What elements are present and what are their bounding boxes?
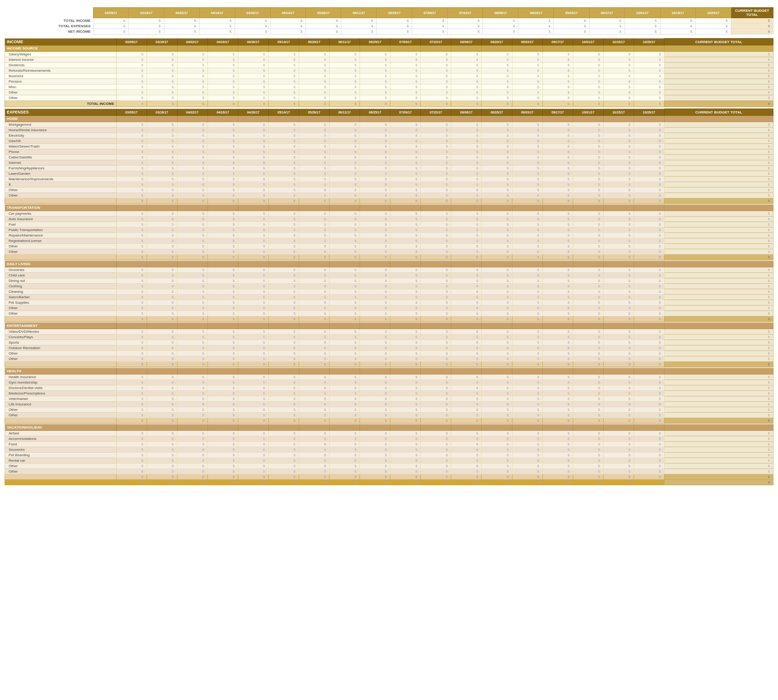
data-cell[interactable]: $ - [390, 335, 421, 340]
data-cell[interactable]: $ - [573, 335, 603, 340]
data-cell[interactable]: $ - [421, 335, 451, 340]
data-cell[interactable]: $ - [238, 311, 268, 316]
data-cell[interactable]: $ - [268, 171, 299, 177]
data-cell[interactable]: $ - [238, 144, 268, 149]
data-cell[interactable]: $ - [268, 413, 299, 418]
data-cell[interactable]: $ - [542, 447, 573, 453]
data-cell[interactable]: $ - [116, 431, 147, 436]
data-cell[interactable]: $ - [207, 74, 238, 79]
data-cell[interactable]: $ - [299, 171, 329, 177]
data-cell[interactable]: $ - [207, 166, 238, 171]
data-cell[interactable]: $ - [390, 74, 421, 79]
total-cell[interactable]: $ - [664, 267, 773, 273]
data-cell[interactable]: $ - [238, 413, 268, 418]
total-value-cell[interactable]: $ - [482, 255, 512, 260]
data-cell[interactable]: $ - [330, 166, 360, 171]
data-cell[interactable]: $ - [147, 177, 177, 182]
data-cell[interactable]: $ - [360, 273, 390, 278]
data-cell[interactable]: $ - [573, 329, 603, 335]
data-cell[interactable]: $ - [147, 90, 177, 95]
total-value-cell[interactable]: $ - [390, 474, 421, 480]
data-cell[interactable]: $ - [421, 217, 451, 222]
data-cell[interactable]: $ - [421, 128, 451, 133]
data-cell[interactable]: $ - [573, 57, 603, 63]
total-cell[interactable]: $ - [664, 63, 773, 68]
data-cell[interactable]: $ - [390, 458, 421, 463]
data-cell[interactable]: $ - [512, 340, 542, 345]
data-cell[interactable]: $ - [634, 187, 664, 193]
data-cell[interactable]: $ - [634, 144, 664, 149]
data-cell[interactable]: $ - [177, 351, 207, 356]
data-cell[interactable]: $ - [421, 155, 451, 160]
data-cell[interactable]: $ - [451, 74, 482, 79]
total-cell[interactable]: $ - [664, 391, 773, 396]
data-cell[interactable]: $ - [421, 144, 451, 149]
data-cell[interactable]: $ - [451, 217, 482, 222]
total-cell[interactable]: $ - [664, 79, 773, 84]
data-cell[interactable]: $ - [360, 385, 390, 391]
data-cell[interactable]: $ - [147, 211, 177, 217]
data-cell[interactable]: $ - [147, 238, 177, 244]
data-cell[interactable]: $ - [634, 128, 664, 133]
data-cell[interactable]: $ - [147, 95, 177, 101]
data-cell[interactable]: $ - [482, 453, 512, 458]
data-cell[interactable]: $ - [451, 335, 482, 340]
data-cell[interactable]: $ - [207, 138, 238, 144]
data-cell[interactable]: $ - [421, 436, 451, 442]
data-cell[interactable]: $ - [299, 128, 329, 133]
data-cell[interactable]: $ - [451, 177, 482, 182]
total-value-cell[interactable]: $ - [330, 255, 360, 260]
data-cell[interactable]: $ - [634, 238, 664, 244]
data-cell[interactable]: $ - [330, 193, 360, 198]
data-cell[interactable]: $ - [482, 128, 512, 133]
data-cell[interactable]: $ - [177, 84, 207, 90]
data-cell[interactable]: $ - [330, 177, 360, 182]
summary-value[interactable]: $ - [93, 24, 128, 29]
data-cell[interactable]: $ - [360, 149, 390, 155]
data-cell[interactable]: $ - [238, 469, 268, 474]
data-cell[interactable]: $ - [147, 217, 177, 222]
data-cell[interactable]: $ - [177, 431, 207, 436]
data-cell[interactable]: $ - [147, 74, 177, 79]
data-cell[interactable]: $ - [512, 351, 542, 356]
data-cell[interactable]: $ - [330, 160, 360, 166]
data-cell[interactable]: $ - [177, 182, 207, 187]
total-value-cell[interactable]: $ - [603, 480, 634, 485]
data-cell[interactable]: $ - [512, 345, 542, 351]
data-cell[interactable]: $ - [542, 122, 573, 128]
data-cell[interactable]: $ - [207, 278, 238, 284]
data-cell[interactable]: $ - [147, 249, 177, 255]
data-cell[interactable]: $ - [512, 138, 542, 144]
total-value-cell[interactable]: $ - [330, 362, 360, 367]
total-value-cell[interactable]: $ - [451, 255, 482, 260]
data-cell[interactable]: $ - [147, 160, 177, 166]
data-cell[interactable]: $ - [573, 122, 603, 128]
data-cell[interactable]: $ - [512, 413, 542, 418]
total-value-cell[interactable]: $ - [573, 316, 603, 322]
data-cell[interactable]: $ - [542, 227, 573, 233]
summary-value[interactable]: $ - [270, 18, 305, 24]
data-cell[interactable]: $ - [451, 63, 482, 68]
data-cell[interactable]: $ - [603, 57, 634, 63]
data-cell[interactable]: $ - [330, 375, 360, 380]
summary-value[interactable]: $ - [695, 18, 731, 24]
data-cell[interactable]: $ - [390, 463, 421, 469]
data-cell[interactable]: $ - [603, 63, 634, 68]
data-cell[interactable]: $ - [238, 149, 268, 155]
data-cell[interactable]: $ - [512, 155, 542, 160]
data-cell[interactable]: $ - [634, 233, 664, 238]
data-cell[interactable]: $ - [207, 385, 238, 391]
data-cell[interactable]: $ - [512, 391, 542, 396]
data-cell[interactable]: $ - [147, 284, 177, 289]
data-cell[interactable]: $ - [390, 329, 421, 335]
data-cell[interactable]: $ - [421, 122, 451, 128]
total-cell[interactable]: $ - [664, 182, 773, 187]
total-cell[interactable]: $ - [664, 375, 773, 380]
total-value-cell[interactable]: $ - [177, 101, 207, 107]
total-cell[interactable]: $ - [664, 211, 773, 217]
data-cell[interactable]: $ - [207, 284, 238, 289]
data-cell[interactable]: $ - [634, 155, 664, 160]
data-cell[interactable]: $ - [268, 469, 299, 474]
data-cell[interactable]: $ - [634, 375, 664, 380]
data-cell[interactable]: $ - [390, 57, 421, 63]
